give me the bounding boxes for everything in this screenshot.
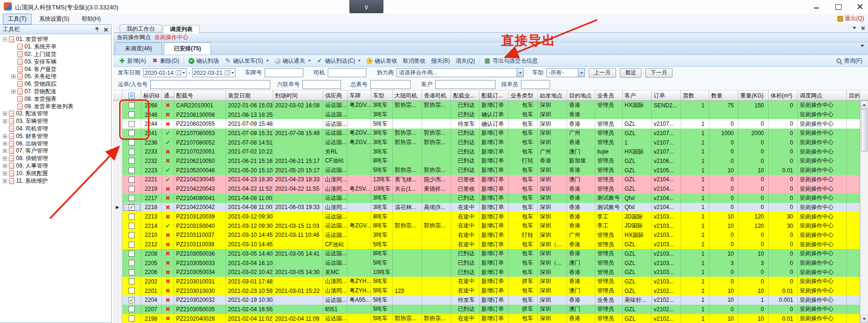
table-row[interactable]: 2219✖PZ21042200432021-04-22 11:522021-04… [113, 184, 860, 194]
tree-item[interactable]: 04. 客户退货 [0, 65, 111, 73]
row-checkbox[interactable] [129, 260, 135, 266]
column-header[interactable]: 配载业... [451, 90, 479, 101]
row-checkbox[interactable] [129, 242, 135, 248]
tree-item[interactable]: 11. 系统维护 [0, 177, 111, 185]
tree-item[interactable]: 02. 上门提货 [0, 51, 111, 58]
row-checkbox[interactable] [129, 139, 135, 145]
tab-my-workspace[interactable]: 我的工作台 [120, 24, 162, 32]
toolbar-button-check[interactable]: ✔确认到达(C) [314, 56, 364, 66]
table-row[interactable]: 2202✖PZ21030100312021-03-01 17:48山顶同...粤… [113, 277, 860, 286]
row-checkbox[interactable] [129, 195, 135, 201]
table-row[interactable]: 2205✖PZ21030500332021-03-04 16:10运达国...5… [113, 258, 860, 268]
table-row[interactable]: ▶✓2218✖PZ21042200422021-04-08 11:002021-… [113, 203, 860, 212]
toolbar-button-plain[interactable]: 清关(Q) [453, 56, 478, 66]
table-row[interactable]: 2207✖PZ21030500352021-02-04 16:5565515吨车… [113, 305, 860, 314]
close-icon[interactable] [855, 2, 865, 11]
table-row[interactable]: 2221✔PZ21042300452021-04-23 18:302021-04… [113, 175, 860, 185]
table-row[interactable]: ✓2204✖PZ21030200322021-02-19 10:30运达国...… [113, 295, 860, 305]
column-header[interactable]: 装货日期 [226, 90, 273, 101]
tree-item[interactable]: 03. 车辆管理 [0, 118, 111, 125]
row-checkbox[interactable] [129, 232, 135, 238]
customer-input[interactable] [435, 80, 495, 89]
tree-item[interactable]: 08. 供销管理 [0, 155, 111, 162]
column-header[interactable]: 重量(KG) [738, 90, 769, 101]
row-checkbox[interactable] [129, 223, 135, 229]
tree-item[interactable]: 04. 司机管理 [0, 125, 111, 133]
chevron-down-icon[interactable] [266, 60, 269, 62]
table-row[interactable]: 2232✖PZ21062100502021-06-21 15:162021-06… [113, 156, 860, 166]
column-header[interactable]: 到场时间 [273, 90, 323, 101]
column-header[interactable]: 香港司机 [422, 90, 451, 101]
toolbar-button-excel[interactable]: ▦导出勾选交仓信息 [481, 56, 541, 66]
query-button[interactable]: 查询(F) [833, 56, 865, 66]
tree-item[interactable]: 06. 货物跟踪 [0, 81, 111, 88]
column-header[interactable]: 始发地点 [538, 90, 567, 101]
toolbar-button-plain[interactable]: 报关(B) [428, 56, 453, 66]
expand-icon[interactable] [3, 112, 7, 116]
minimize-icon[interactable] [811, 2, 822, 11]
follower-input[interactable] [521, 80, 550, 89]
row-checkbox[interactable]: ✓ [129, 297, 135, 303]
collapse-panel-button[interactable]: ∨ [349, 0, 383, 15]
toolbar-button-plain[interactable]: 取消签收 [400, 56, 428, 66]
table-row[interactable]: 2198✖PZ21020400282021-02-04 11:022021-02… [113, 314, 860, 323]
tree-item[interactable]: 06. 出纳管理 [0, 140, 111, 147]
sidebar-close-icon[interactable] [104, 27, 108, 32]
tab-list-dropdown-icon[interactable] [852, 27, 856, 29]
table-row[interactable]: 2201✖PZ21030100302021-02-23 10:592021-03… [113, 286, 860, 296]
column-header[interactable]: 业务类型 [509, 90, 538, 101]
exit-button[interactable]: 退出(Q) [837, 15, 864, 23]
table-row[interactable]: 2212✖PZ21031100382021-03-10 14:45CF油站5吨车… [113, 240, 860, 249]
expand-icon[interactable] [3, 134, 7, 138]
tree-item[interactable]: 01. 系统开单 [0, 43, 111, 51]
toolbar-button-clock[interactable]: 确认签收 [364, 56, 400, 66]
row-checkbox[interactable]: ✓ [129, 204, 135, 210]
expand-icon[interactable] [3, 164, 7, 168]
chevron-down-icon[interactable] [308, 60, 311, 62]
maximize-icon[interactable] [833, 2, 844, 11]
tree-item[interactable]: 07. 货物配送 [0, 88, 111, 96]
date-from-picker[interactable]: 2020-02-14 [143, 68, 187, 77]
toolbar-button-pen[interactable]: ✎确认发车(S) [222, 56, 272, 66]
table-row[interactable]: 2268✖CAR220100012022-01-06 15:032022-03-… [113, 101, 860, 110]
table-row[interactable]: 2233✖PZ21070200512021-07-02 10:22关RL3吨车已… [113, 147, 860, 156]
expand-icon[interactable] [3, 142, 7, 146]
column-header[interactable]: 配载号 [174, 90, 226, 101]
column-header[interactable]: 配载订... [479, 90, 509, 101]
menu-tools[interactable]: 工具(T) [3, 14, 32, 24]
next-month-button[interactable]: 下一月 [645, 68, 673, 78]
recent-button[interactable]: 最近 [620, 68, 641, 78]
column-header[interactable]: 大陆司机 [393, 90, 422, 101]
prev-month-button[interactable]: 上一月 [589, 68, 616, 78]
toolbar-button-plus[interactable]: ✚新增(A) [116, 56, 149, 66]
column-header[interactable]: 目的地点 [567, 90, 595, 101]
expand-icon[interactable] [3, 149, 7, 153]
row-checkbox[interactable] [129, 177, 135, 183]
row-checkbox[interactable] [129, 102, 135, 108]
row-checkbox[interactable] [129, 315, 135, 322]
toolbar-button-globe[interactable]: 确认通关 [272, 56, 314, 66]
table-row[interactable]: 2208✖PZ21030500362021-03-05 14:402021-03… [113, 249, 860, 258]
chevron-down-icon[interactable] [358, 60, 361, 62]
column-header[interactable]: 调度网点 [798, 90, 847, 101]
column-header[interactable]: 车型 [371, 90, 393, 101]
scrollbar-thumb[interactable] [861, 109, 868, 152]
table-row[interactable]: 2236✔PZ21070800522021-07-08 14:51运达国...粤… [113, 138, 860, 147]
vertical-scrollbar[interactable] [860, 101, 868, 323]
row-checkbox[interactable] [129, 278, 135, 284]
tab-close-icon[interactable] [861, 26, 865, 30]
row-checkbox[interactable] [129, 214, 135, 220]
collapse-icon[interactable] [3, 37, 7, 41]
row-checkbox[interactable] [129, 121, 135, 127]
row-checkbox[interactable] [129, 306, 135, 312]
expand-icon[interactable] [3, 171, 7, 176]
tree-item[interactable]: 05. 财务管理 [0, 132, 111, 140]
plate-input[interactable] [265, 68, 303, 77]
driver-input[interactable] [328, 68, 366, 77]
expand-icon[interactable] [3, 119, 7, 123]
date-to-picker[interactable]: 2022-03-21 [192, 68, 235, 77]
tree-item[interactable]: 09. 人事管理 [0, 162, 111, 170]
row-checkbox[interactable] [129, 167, 135, 173]
tab-dispatch-list[interactable]: 调度列表 [163, 25, 200, 33]
toolbar-button-check-circle[interactable]: ✔确认到场 [186, 56, 222, 66]
